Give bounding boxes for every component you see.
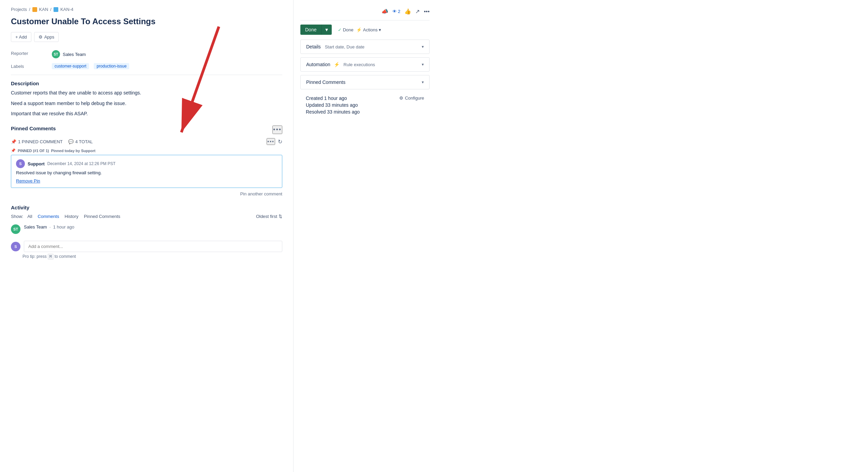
labels-value: customer-support production-issue [52,63,131,69]
automation-header[interactable]: Automation ⚡ Rule executions ▾ [301,58,429,71]
comment-header: S Support December 14, 2024 at 12:26 PM … [16,159,277,168]
current-user-avatar: S [11,242,20,251]
pinned-comments-menu[interactable]: ••• [272,126,282,134]
labels-field: Labels customer-support production-issue [11,63,282,69]
created-label: Created 1 hour ago [306,95,360,101]
activity-avatar: ST [11,224,20,234]
details-section: Details Start date, Due date ▾ [300,40,430,54]
done-button[interactable]: Done [300,25,321,35]
updated-label: Updated 33 minutes ago [306,102,360,108]
done-dropdown-button[interactable]: ▼ [321,25,331,35]
comment-input-row: S [11,241,282,252]
pinned-summary-left: 📌 1 PINNED COMMENT 💬 4 TOTAL [11,139,93,144]
more-button[interactable]: ••• [424,9,430,15]
apps-button[interactable]: ⚙ Apps [34,32,59,42]
pin-another-link[interactable]: Pin another comment [11,191,282,196]
description-line3: Important that we resolve this ASAP. [11,110,282,117]
page-title: Customer Unable To Access Settings [11,16,282,27]
task-icon [54,7,58,12]
label-tag-2[interactable]: production-issue [94,63,129,69]
gear-icon: ⚙ [399,95,403,101]
filter-pinned-button[interactable]: Pinned Comments [83,213,122,220]
done-btn-group: Done ▼ [300,25,332,35]
announcement-button[interactable]: 📣 [381,8,388,15]
automation-title-group: Automation ⚡ Rule executions [306,62,375,67]
breadcrumb-sep2: / [50,7,51,12]
kan-icon [32,7,37,12]
details-chevron: ▾ [422,44,424,49]
done-status-button[interactable]: ✓ Done [338,27,354,32]
automation-section: Automation ⚡ Rule executions ▾ [300,57,430,72]
pinned-comment-card: S Support December 14, 2024 at 12:26 PM … [11,155,282,188]
show-label: Show: [11,214,23,219]
reporter-name: Sales Team [63,52,86,57]
comment-text: Resolved issue by changing firewall sett… [16,170,277,175]
eye-icon: 👁 [392,9,397,14]
sidebar-meta-info: Created 1 hour ago Updated 33 minutes ag… [306,95,360,116]
filter-comments-button[interactable]: Comments [36,213,61,220]
pin-icon-2: 📌 [11,148,16,153]
automation-icon: ⚡ [334,62,340,67]
sort-control[interactable]: Oldest first ⇅ [256,214,282,219]
sidebar-meta: Created 1 hour ago Updated 33 minutes ag… [300,93,430,120]
reporter-field: Reporter ST Sales Team [11,50,282,58]
keyboard-shortcut: M [48,254,54,260]
comment-date: December 14, 2024 at 12:26 PM PST [47,161,116,166]
activity-item: ST Sales Team · 1 hour ago [11,224,282,237]
share-button[interactable]: ↗ [415,8,420,15]
resolved-label: Resolved 33 minutes ago [306,109,360,115]
pinned-summary-menu[interactable]: ••• [267,138,275,145]
sidebar: 📣 👁 2 👍 ↗ ••• Done ▼ ✓ Done ⚡ [293,0,436,472]
breadcrumb-sep1: / [29,7,30,12]
refresh-button[interactable]: ↻ [278,138,282,145]
sort-icon: ⇅ [279,214,282,219]
filter-history-button[interactable]: History [63,213,79,220]
description-line2: Need a support team member to help debug… [11,100,282,107]
pinned-count-badge: 📌 1 PINNED COMMENT [11,139,63,144]
total-count-badge: 💬 4 TOTAL [68,139,93,144]
reporter-value: ST Sales Team [52,50,86,58]
avatar: ST [52,50,60,58]
breadcrumb-kan4[interactable]: KAN-4 [60,7,73,12]
description-line1: Customer reports that they are unable to… [11,89,282,97]
pinned-summary-bar: 📌 1 PINNED COMMENT 💬 4 TOTAL ••• ↻ [11,138,282,145]
label-tag-1[interactable]: customer-support [52,63,89,69]
description-section: Description Customer reports that they a… [11,80,282,117]
chevron-down-icon: ▾ [379,27,381,32]
filter-all-button[interactable]: All [26,213,33,220]
activity-filters: Show: All Comments History Pinned Commen… [11,213,282,220]
pin-icon: 📌 [11,139,16,144]
grid-icon: ⚙ [39,34,43,40]
labels-label: Labels [11,63,52,69]
lightning-icon: ⚡ [356,27,362,32]
pinned-comments-title: Pinned Comments [11,126,56,131]
actions-button[interactable]: ⚡ Actions ▾ [356,27,381,32]
pinned-comments-header: Pinned Comments ••• [11,126,282,134]
activity-section: Activity Show: All Comments History Pinn… [11,205,282,259]
toolbar: + Add ⚙ Apps [11,32,282,42]
pro-tip: Pro tip: press M to comment [23,254,282,259]
pinned-indicator: 📌 PINNED (#1 OF 1) Pinned today by Suppo… [11,148,282,153]
activity-time: 1 hour ago [53,224,74,230]
automation-chevron: ▾ [422,62,424,67]
pinned-chevron: ▾ [422,80,424,85]
pinned-summary-right: ••• ↻ [267,138,282,145]
watchers-count: 👁 2 [392,9,400,14]
sidebar-pinned-header[interactable]: Pinned Comments ▾ [301,75,429,89]
add-button[interactable]: + Add [11,32,31,42]
configure-button[interactable]: ⚙ Configure [399,95,424,101]
breadcrumb: Projects / KAN / KAN-4 [11,7,282,12]
remove-pin-link[interactable]: Remove Pin [16,178,40,183]
reporter-label: Reporter [11,50,52,56]
chat-icon: 💬 [68,139,74,144]
comment-input[interactable] [24,241,282,252]
details-header[interactable]: Details Start date, Due date ▾ [301,40,429,54]
breadcrumb-kan[interactable]: KAN [39,7,48,12]
thumbsup-button[interactable]: 👍 [404,8,411,15]
description-title: Description [11,80,282,86]
activity-author: Sales Team [24,224,47,230]
details-title-group: Details Start date, Due date [306,44,364,49]
activity-meta: Sales Team · 1 hour ago [24,224,74,230]
breadcrumb-projects[interactable]: Projects [11,7,27,12]
check-icon: ✓ [338,27,342,32]
